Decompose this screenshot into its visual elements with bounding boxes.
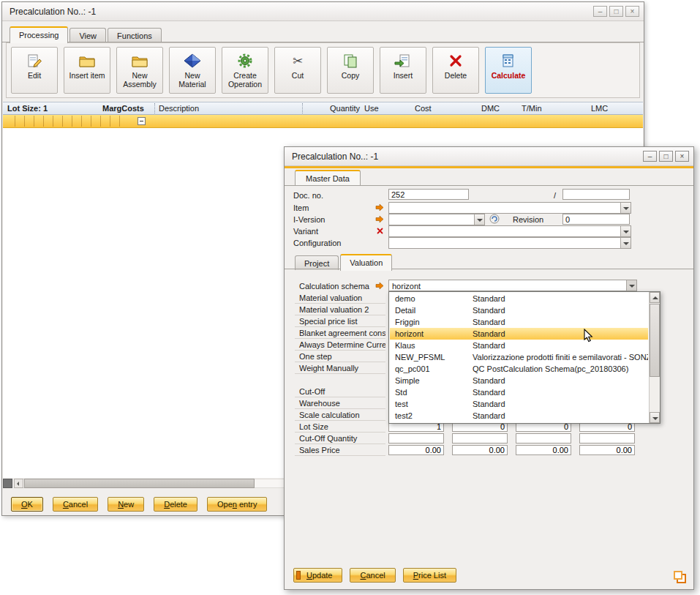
subtab-project[interactable]: Project bbox=[295, 255, 339, 270]
folder-new-icon bbox=[130, 50, 149, 71]
calc-schema-combobox[interactable]: horizont bbox=[388, 280, 637, 291]
dropdown-item-desc: Standard bbox=[473, 411, 505, 420]
cancel-button[interactable]: Cancel bbox=[53, 497, 98, 512]
delete-button[interactable]: Delete bbox=[154, 497, 197, 512]
resize-grip-icon[interactable] bbox=[674, 571, 686, 583]
close-button[interactable]: × bbox=[675, 151, 689, 162]
detail-window-titlebar[interactable]: Precalculation No..: -1 – □ × bbox=[285, 147, 693, 166]
scroll-down-button[interactable] bbox=[650, 412, 660, 423]
sales-price-input-1[interactable] bbox=[388, 445, 444, 455]
toolbar-button-label: Calculate bbox=[490, 71, 527, 80]
calc-schema-dropdown-button[interactable] bbox=[626, 280, 636, 291]
column-separator bbox=[302, 103, 303, 113]
dropdown-item-std[interactable]: StdStandard bbox=[390, 386, 648, 398]
item-combobox[interactable] bbox=[388, 202, 631, 214]
cut-off-quantity-input-2[interactable] bbox=[452, 433, 508, 444]
dropdown-item-klaus[interactable]: KlausStandard bbox=[390, 340, 648, 351]
tab-master-data[interactable]: Master Data bbox=[295, 170, 361, 185]
toolbar-button-insert[interactable]: Insert bbox=[380, 47, 426, 94]
dropdown-item-desc: QC PostCalculation Schema(pc_20180306) bbox=[473, 364, 628, 373]
sales-price-input-2[interactable] bbox=[452, 445, 508, 455]
doc-no-input[interactable] bbox=[388, 189, 469, 200]
revision-label: Revision bbox=[513, 215, 543, 224]
ok-button[interactable]: OK bbox=[11, 497, 43, 512]
main-window-titlebar[interactable]: Precalculation No..: -1 – □ × bbox=[2, 2, 644, 21]
variant-combobox[interactable] bbox=[388, 225, 631, 237]
dropdown-item-test2[interactable]: test2Standard bbox=[390, 410, 648, 422]
doc-no-separator: / bbox=[554, 191, 556, 200]
toolbar-button-calculate[interactable]: Calculate bbox=[485, 47, 532, 94]
iversion-link-arrow-icon[interactable] bbox=[375, 215, 384, 223]
button-label: New bbox=[118, 500, 134, 509]
dropdown-item-name: Klaus bbox=[395, 341, 415, 350]
close-button[interactable]: × bbox=[625, 6, 639, 17]
scrollbar-thumb[interactable] bbox=[24, 479, 255, 488]
toolbar-button-new-material[interactable]: New Material bbox=[169, 47, 216, 94]
dropdown-item-simple[interactable]: SimpleStandard bbox=[390, 375, 648, 386]
valuation-row-cut-off-quantity: Cut-Off Quantity bbox=[295, 433, 639, 444]
selected-grid-row[interactable] bbox=[3, 115, 643, 128]
toolbar-button-create-operation[interactable]: Create Operation bbox=[222, 47, 268, 94]
open-entry-button[interactable]: Open entry bbox=[207, 497, 267, 512]
toolbar-button-edit[interactable]: Edit bbox=[11, 47, 58, 94]
dropdown-scrollbar[interactable] bbox=[649, 292, 660, 423]
iversion-dropdown-button[interactable] bbox=[474, 214, 484, 225]
item-label: Item bbox=[293, 203, 309, 212]
cut-off-quantity-input-1[interactable] bbox=[388, 433, 444, 444]
item-link-arrow-icon[interactable] bbox=[375, 203, 384, 212]
column-separator bbox=[154, 103, 155, 113]
configuration-combobox[interactable] bbox=[388, 237, 631, 249]
tab-label: Functions bbox=[117, 31, 152, 40]
sales-price-input-4[interactable] bbox=[579, 445, 635, 455]
tab-view[interactable]: View bbox=[69, 28, 106, 42]
cut-off-quantity-input-3[interactable] bbox=[516, 433, 571, 444]
price-list-button[interactable]: Price List bbox=[403, 568, 456, 583]
doc-no-label: Doc. no. bbox=[293, 191, 323, 200]
dropdown-item-name: test bbox=[395, 400, 408, 408]
tab-processing[interactable]: Processing bbox=[10, 26, 68, 43]
dropdown-item-friggin[interactable]: FrigginStandard bbox=[390, 316, 648, 328]
toolbar-button-copy[interactable]: Copy bbox=[327, 47, 374, 94]
toolbar-button-cut[interactable]: ✂Cut bbox=[274, 47, 321, 94]
sales-price-input-3[interactable] bbox=[516, 445, 571, 455]
minimize-button[interactable]: – bbox=[593, 6, 607, 17]
toolbar-button-new-assembly[interactable]: New Assembly bbox=[116, 47, 163, 94]
tab-functions[interactable]: Functions bbox=[108, 28, 162, 42]
minimize-button[interactable]: – bbox=[643, 151, 657, 162]
dropdown-item-qc-pc001[interactable]: qc_pc001QC PostCalculation Schema(pc_201… bbox=[390, 363, 648, 375]
detail-window: Precalculation No..: -1 – □ × Master Dat… bbox=[284, 146, 694, 590]
dropdown-item-new-pfsml[interactable]: NEW_PFSMLValorizzazione prodotti finiti … bbox=[390, 351, 648, 363]
toolbar-button-delete[interactable]: Delete bbox=[432, 47, 479, 94]
update-button[interactable]: Update bbox=[293, 568, 342, 583]
new-button[interactable]: New bbox=[108, 497, 144, 512]
collapse-icon[interactable] bbox=[138, 117, 146, 125]
dropdown-scrollbar-thumb[interactable] bbox=[650, 304, 660, 377]
item-dropdown-button[interactable] bbox=[620, 203, 631, 213]
dropdown-item-detail[interactable]: DetailStandard bbox=[390, 304, 648, 316]
dropdown-item-demo[interactable]: demoStandard bbox=[390, 293, 648, 304]
button-label: Cancel bbox=[360, 571, 385, 580]
scroll-left-button[interactable] bbox=[14, 479, 23, 488]
maximize-button[interactable]: □ bbox=[609, 6, 623, 17]
toolbar-button-insert-item[interactable]: Insert item bbox=[64, 47, 110, 94]
button-label: Price List bbox=[413, 571, 446, 580]
calc-schema-link-arrow-icon[interactable] bbox=[375, 282, 384, 290]
dropdown-item-name: Simple bbox=[395, 376, 420, 385]
maximize-button[interactable]: □ bbox=[659, 151, 673, 162]
revision-input[interactable] bbox=[562, 214, 630, 225]
dropdown-item-name: horizont bbox=[395, 329, 424, 338]
valuation-row-label: Warehouse bbox=[299, 399, 340, 408]
dropdown-item-horizont[interactable]: horizontStandard bbox=[390, 328, 648, 340]
dropdown-item-test[interactable]: testStandard bbox=[390, 398, 648, 410]
iversion-combobox[interactable] bbox=[388, 214, 485, 225]
valuation-row-label: Sales Price bbox=[299, 446, 340, 454]
variant-dropdown-button[interactable] bbox=[620, 226, 631, 236]
scroll-up-button[interactable] bbox=[650, 292, 660, 303]
cut-off-quantity-input-4[interactable] bbox=[579, 433, 635, 444]
iversion-options-icon[interactable] bbox=[489, 214, 500, 224]
configuration-dropdown-button[interactable] bbox=[620, 238, 631, 248]
cancel-button[interactable]: Cancel bbox=[350, 568, 395, 583]
subtab-valuation[interactable]: Valuation bbox=[340, 254, 392, 271]
button-label: Cancel bbox=[63, 500, 88, 509]
doc-no-suffix-input[interactable] bbox=[562, 189, 630, 200]
